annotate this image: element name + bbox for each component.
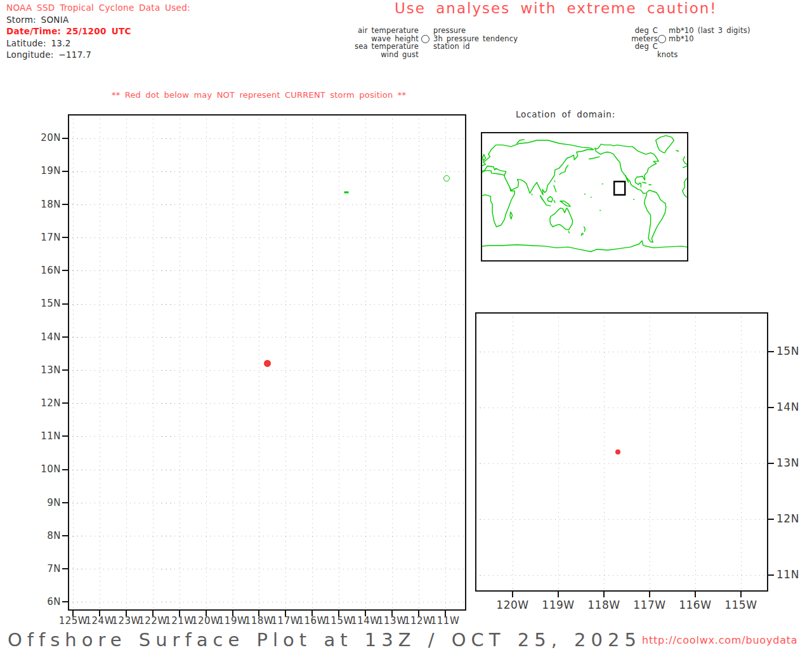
y-tick-label: 10N [41,463,61,475]
y-tick-mark [768,463,774,464]
grid-line-lat [68,270,466,271]
grid-line-lon [513,312,513,592]
page-title: Offshore Surface Plot at 13Z / OCT 25, 2… [8,629,641,650]
grid-line-lon [741,312,742,592]
world-map-svg [482,133,687,260]
y-tick-mark [62,369,68,371]
legend-row: deg C mb*10 (last 3 digits) [558,27,750,35]
coastline-edge-fragments [676,150,687,197]
storm-position-warning: ** Red dot below may NOT represent CURRE… [112,90,406,100]
y-tick-mark [768,574,774,576]
units-sea-temperature: deg C [558,43,658,51]
y-tick-label: 7N [47,563,61,574]
grid-line-lat [68,403,466,404]
legend-wind-gust-label: wind gust [317,51,419,59]
x-tick-mark [695,592,696,597]
datetime-line: Date/Time: 25/1200 UTC [6,25,190,37]
data-source-line: NOAA SSD Tropical Cyclone Data Used: [6,2,190,14]
grid-line-lat [68,138,466,139]
legend-pressure-label: pressure [433,27,466,35]
x-tick-label: 112W [404,615,433,627]
grid-line-lat [475,519,768,520]
location-inset-map [481,132,688,262]
grid-line-lat [68,304,466,305]
x-tick-label: 115W [724,599,757,611]
x-tick-label: 115W [324,615,353,627]
grid-line-lat [68,602,466,602]
y-tick-label: 18N [41,199,61,210]
y-tick-label: 11N [776,568,799,581]
y-tick-mark [62,237,68,238]
main-plot: 125W124W123W122W121W120W119W118W117W116W… [68,114,466,611]
y-tick-mark [62,402,68,404]
x-tick-label: 114W [351,615,379,627]
x-tick-mark [603,592,605,597]
y-tick-label: 14N [41,331,61,343]
x-tick-mark [649,592,650,597]
socorro-island [443,175,450,182]
x-tick-label: 118W [245,615,273,627]
grid-line-lat [68,569,466,569]
y-tick-mark [768,407,774,408]
legend-air-temperature-label: air temperature [317,27,419,35]
x-tick-label: 121W [165,615,193,627]
grid-line-lat [68,204,466,205]
y-tick-mark [62,535,68,536]
grid-line-lon [650,312,650,592]
units-pressure: mb*10 (last 3 digits) [669,27,750,35]
legend-row: wind gust [317,51,518,59]
grid-line-lat [68,503,466,503]
y-tick-mark [62,568,68,569]
y-tick-label: 12N [41,397,61,409]
grid-line-lat [68,237,466,238]
y-tick-label: 14N [776,401,799,413]
x-tick-label: 113W [377,615,406,627]
zoom-plot-frame [475,312,768,592]
storm-info-block: NOAA SSD Tropical Cyclone Data Used: Sto… [6,2,190,61]
y-tick-label: 12N [776,512,799,525]
y-tick-mark [62,336,68,338]
station-model-legend: air temperature pressure wave height 3h … [317,27,518,58]
grid-line-lon [558,312,559,592]
legend-station-id-label: station id [433,43,470,51]
y-tick-mark [768,519,774,520]
grid-line-lon [604,312,605,592]
station-units-legend: deg C mb*10 (last 3 digits) meters mb*10… [558,27,750,58]
x-tick-label: 122W [138,615,167,627]
x-tick-label: 117W [633,599,665,611]
x-tick-mark [512,592,513,597]
longitude-line: Longitude: −117.7 [6,49,190,61]
y-tick-label: 13N [41,364,61,376]
x-tick-label: 119W [218,615,247,627]
y-tick-label: 6N [47,596,61,607]
legend-row: deg C [558,43,750,51]
units-pressure-tendency: mb*10 [669,35,694,43]
y-tick-mark [62,138,68,139]
y-tick-label: 15N [776,345,799,357]
y-tick-mark [62,270,68,271]
legend-row: sea temperature station id [317,43,518,51]
y-tick-mark [62,435,68,437]
x-tick-label: 117W [272,615,300,627]
y-tick-label: 15N [41,298,61,309]
storm-name-line: Storm: SONIA [6,14,190,26]
x-tick-mark [558,592,559,597]
x-tick-label: 116W [679,599,711,611]
grid-line-lat [475,408,768,408]
inset-map-title: Location of domain: [516,109,615,119]
x-tick-label: 120W [192,615,220,627]
storm-position-dot [264,360,271,367]
x-tick-label: 124W [86,615,114,627]
x-tick-label: 120W [496,599,528,611]
source-url: http://coolwx.com/buoydata [642,634,797,646]
x-tick-label: 123W [112,615,140,627]
y-tick-label: 20N [41,132,61,143]
legend-row: knots [558,51,750,59]
domain-box [614,182,625,195]
legend-sea-temperature-label: sea temperature [317,43,419,51]
station-circle-icon [421,35,429,43]
grid-line-lat [475,463,768,464]
y-tick-label: 11N [41,430,61,442]
y-tick-mark [62,303,68,305]
latitude-line: Latitude: 13.2 [6,37,190,50]
